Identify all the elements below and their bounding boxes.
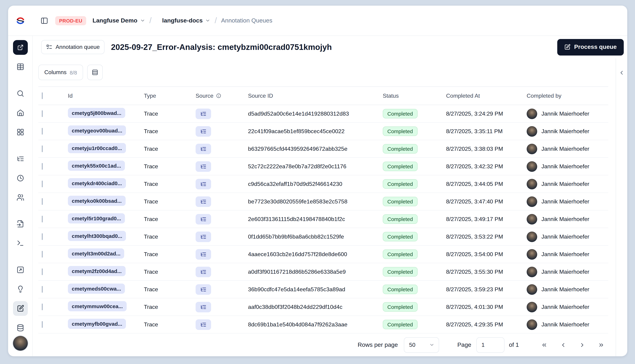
row-completed-at: 8/27/2025, 4:29:35 PM <box>446 321 527 328</box>
sidebar-item-search[interactable] <box>13 86 28 101</box>
row-id-link[interactable]: cmetymeds00cwa... <box>68 284 125 294</box>
trace-source-icon[interactable] <box>195 161 211 172</box>
info-icon[interactable] <box>216 93 221 98</box>
table-row[interactable]: cmetyko0k00bsad... Trace be7723e30d80205… <box>38 193 608 210</box>
trace-source-icon[interactable] <box>195 284 211 294</box>
page-label: Page <box>457 341 471 348</box>
page-input[interactable] <box>476 337 504 352</box>
row-id-link[interactable]: cmetyg5j800bwad... <box>68 108 125 118</box>
row-checkbox[interactable] <box>42 163 43 170</box>
row-checkbox[interactable] <box>42 216 43 222</box>
sidebar-item-playground[interactable] <box>13 263 28 278</box>
sidebar-item-scores[interactable] <box>13 216 28 231</box>
process-queue-button[interactable]: Process queue <box>557 39 624 55</box>
trace-source-icon[interactable] <box>195 196 211 207</box>
sidebar-item-users[interactable] <box>13 190 28 205</box>
trace-source-icon[interactable] <box>195 179 211 189</box>
sidebar-item-open-external[interactable] <box>13 40 28 55</box>
row-id-link[interactable]: cmetyl5r100grad0... <box>68 213 125 224</box>
row-completed-at: 8/27/2025, 3:42:32 PM <box>446 163 527 170</box>
sidebar-item-dashboards[interactable] <box>13 125 28 140</box>
table-icon <box>16 63 24 70</box>
row-checkbox[interactable] <box>42 304 43 310</box>
column-header-type[interactable]: Type <box>144 92 195 99</box>
row-id-link[interactable]: cmetyju1r00ccad0... <box>68 143 126 153</box>
row-type: Trace <box>144 146 195 152</box>
sidebar-item-table-view[interactable] <box>13 60 28 74</box>
sidebar-toggle-button[interactable] <box>38 14 51 27</box>
table-row[interactable]: cmetylt3m00d2ad... Trace 4aaece1603cb2e1… <box>38 246 608 263</box>
row-checkbox[interactable] <box>42 321 43 328</box>
rows-icon <box>92 69 98 76</box>
trace-source-icon[interactable] <box>195 144 211 154</box>
table-row[interactable]: cmetylht300bqad0... Trace 0f1dd65b7bb9bf… <box>38 228 608 246</box>
column-header-source[interactable]: Source <box>195 92 248 99</box>
last-page-button[interactable] <box>594 338 608 352</box>
table-row[interactable]: cmetymeds00cwa... Trace 36b90cdfc47e5da1… <box>38 281 608 298</box>
trace-source-icon[interactable] <box>195 302 211 312</box>
column-header-source-id[interactable]: Source ID <box>248 92 383 99</box>
collapse-panel-button[interactable] <box>617 68 626 78</box>
select-all-checkbox[interactable] <box>42 92 43 99</box>
row-id-link[interactable]: cmetygeov00buad... <box>68 126 126 136</box>
table-row[interactable]: cmetym2fz00d4ad... Trace a0df3f901167218… <box>38 263 608 281</box>
table-row[interactable]: cmetyl5r100grad0... Trace 2e603f31361115… <box>38 210 608 228</box>
org-selector[interactable]: Langfuse Demo <box>93 17 145 24</box>
row-checkbox[interactable] <box>42 180 43 187</box>
row-checkbox[interactable] <box>42 286 43 292</box>
row-id-link[interactable]: cmetyko0k00bsad... <box>68 196 126 206</box>
row-checkbox[interactable] <box>42 198 43 205</box>
project-selector[interactable]: langfuse-docs <box>162 17 210 24</box>
sidebar-item-datasets[interactable] <box>13 320 28 335</box>
completed-by-name: Jannik Maierhoefer <box>541 286 589 292</box>
status-badge: Completed <box>383 144 417 154</box>
sidebar-item-evaluation[interactable] <box>13 282 28 297</box>
sidebar-item-tracing[interactable] <box>13 151 28 166</box>
column-header-completed-by[interactable]: Completed by <box>527 92 608 99</box>
table-row[interactable]: cmetymmuw00cea... Trace aaf0c38db0f3f204… <box>38 298 608 316</box>
row-id-link[interactable]: cmetyk55x00c1ad... <box>68 160 125 171</box>
row-id-link[interactable]: cmetykdr400ciad0... <box>68 178 126 188</box>
row-id-link[interactable]: cmetymmuw00cea... <box>68 301 127 311</box>
table-row[interactable]: cmetykdr400ciad0... Trace c9d56ca32efaff… <box>38 175 608 193</box>
trace-source-icon[interactable] <box>195 249 211 260</box>
sidebar-item-annotation-queues[interactable] <box>13 301 28 316</box>
row-checkbox[interactable] <box>42 251 43 257</box>
rows-per-page-select[interactable]: 50 <box>404 337 439 352</box>
row-id-link[interactable]: cmetylht300bqad0... <box>68 231 126 241</box>
table-row[interactable]: cmetyg5j800bwad... Trace d5ad9d52a00c6e1… <box>38 105 608 122</box>
table-row[interactable]: cmetygeov00buad... Trace 22c41f09acae5b1… <box>38 122 608 140</box>
table-row[interactable]: cmetyk55x00c1ad... Trace 52c72c2222ea78e… <box>38 158 608 175</box>
row-checkbox[interactable] <box>42 268 43 275</box>
trace-source-icon[interactable] <box>195 214 211 224</box>
trace-source-icon[interactable] <box>195 126 211 136</box>
next-page-button[interactable] <box>575 338 589 352</box>
langfuse-logo[interactable] <box>8 16 33 26</box>
trace-source-icon[interactable] <box>195 319 211 330</box>
row-height-button[interactable] <box>87 65 103 80</box>
row-id-link[interactable]: cmetym2fz00d4ad... <box>68 266 125 276</box>
sidebar-item-sessions[interactable] <box>13 170 28 185</box>
column-header-status[interactable]: Status <box>383 92 446 99</box>
table-header-row: Id Type Source Source ID Status Complete… <box>38 86 608 105</box>
user-avatar[interactable] <box>12 335 28 351</box>
row-id-link[interactable]: cmetylt3m00d2ad... <box>68 248 124 258</box>
column-header-completed-at[interactable]: Completed At <box>446 92 527 99</box>
annotation-queue-chip[interactable]: Annotation queue <box>41 40 105 54</box>
column-header-id[interactable]: Id <box>68 92 144 99</box>
row-checkbox[interactable] <box>42 145 43 152</box>
row-checkbox[interactable] <box>42 110 43 117</box>
first-page-button[interactable] <box>537 338 551 352</box>
row-id-link[interactable]: cmetymyfb00gvad... <box>68 319 126 329</box>
trace-source-icon[interactable] <box>195 108 211 119</box>
sidebar-item-home[interactable] <box>13 106 28 120</box>
trace-source-icon[interactable] <box>195 266 211 277</box>
columns-button[interactable]: Columns 8/8 <box>38 65 83 80</box>
row-checkbox[interactable] <box>42 128 43 134</box>
table-row[interactable]: cmetymyfb00gvad... Trace 8dc69b1ba1e540b… <box>38 316 608 334</box>
table-row[interactable]: cmetyju1r00ccad0... Trace b63297665cfd44… <box>38 140 608 158</box>
previous-page-button[interactable] <box>556 338 570 352</box>
row-checkbox[interactable] <box>42 233 43 240</box>
sidebar-item-prompts[interactable] <box>13 236 28 251</box>
trace-source-icon[interactable] <box>195 231 211 242</box>
